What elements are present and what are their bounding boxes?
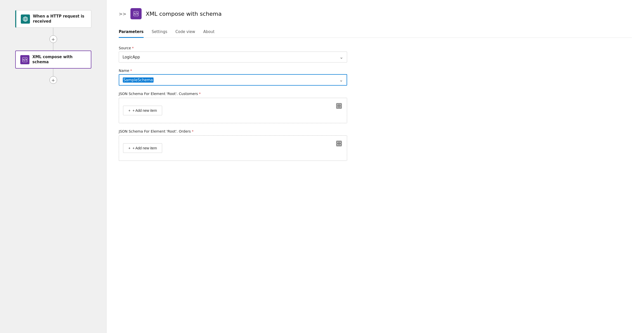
source-required-star: * bbox=[132, 46, 134, 50]
schema-orders-required-star: * bbox=[192, 129, 194, 133]
xml-compose-icon bbox=[20, 55, 29, 64]
source-select[interactable]: LogicApp ⌄ bbox=[119, 52, 347, 62]
schema-customers-label: JSON Schema For Element 'Root'. Customer… bbox=[119, 92, 632, 96]
name-label: Name * bbox=[119, 69, 632, 73]
svg-rect-5 bbox=[339, 104, 341, 106]
connector-bottom: + bbox=[49, 69, 57, 84]
add-order-plus-icon: + bbox=[128, 146, 130, 150]
tab-about[interactable]: About bbox=[203, 27, 214, 38]
svg-rect-11 bbox=[337, 144, 339, 145]
breadcrumb-chevrons: >> bbox=[119, 11, 126, 17]
add-order-label: + Add new item bbox=[132, 146, 157, 150]
add-order-item-button[interactable]: + + Add new item bbox=[123, 143, 162, 153]
tab-settings[interactable]: Settings bbox=[152, 27, 167, 38]
svg-rect-7 bbox=[339, 106, 341, 108]
xml-compose-node[interactable]: XML compose with schema bbox=[15, 51, 91, 69]
schema-orders-template-icon[interactable] bbox=[335, 140, 343, 149]
add-between-button[interactable]: + bbox=[49, 35, 57, 43]
add-customer-plus-icon: + bbox=[128, 108, 130, 113]
name-field-group: Name * SampleSchema ⌄ bbox=[119, 69, 632, 86]
connector-top: + bbox=[49, 28, 57, 51]
svg-rect-12 bbox=[339, 144, 341, 145]
svg-rect-4 bbox=[337, 104, 339, 106]
source-label: Source * bbox=[119, 46, 632, 50]
schema-customers-required-star: * bbox=[199, 92, 201, 96]
add-after-button[interactable]: + bbox=[49, 76, 57, 84]
add-customer-item-button[interactable]: + + Add new item bbox=[123, 106, 162, 115]
source-value: LogicApp bbox=[123, 55, 140, 59]
add-customer-label: + Add new item bbox=[132, 108, 157, 113]
svg-rect-6 bbox=[337, 106, 339, 108]
panel-header: >> XML compose with schema bbox=[119, 8, 632, 19]
panel-header-icon bbox=[130, 8, 142, 19]
source-dropdown-arrow: ⌄ bbox=[340, 54, 343, 60]
connector-line-bottom bbox=[53, 43, 53, 51]
name-required-star: * bbox=[130, 69, 132, 73]
properties-panel: >> XML compose with schema Parameters Se… bbox=[107, 0, 644, 333]
workflow-canvas: When a HTTP request is received + XML co… bbox=[0, 0, 107, 333]
connector-line-after bbox=[53, 69, 53, 76]
schema-orders-box: + + Add new item bbox=[119, 135, 347, 161]
name-dropdown-arrow: ⌄ bbox=[339, 77, 343, 83]
svg-rect-10 bbox=[339, 142, 341, 143]
schema-customers-template-icon[interactable] bbox=[335, 102, 343, 111]
name-value: SampleSchema bbox=[123, 77, 154, 83]
svg-rect-9 bbox=[337, 142, 339, 143]
schema-orders-label: JSON Schema For Element 'Root'. Orders * bbox=[119, 129, 632, 133]
schema-customers-box: + + Add new item bbox=[119, 98, 347, 123]
connector-line-top bbox=[53, 28, 53, 35]
http-trigger-icon bbox=[21, 14, 30, 24]
xml-compose-label: XML compose with schema bbox=[32, 55, 86, 65]
tabs-container: Parameters Settings Code view About bbox=[119, 27, 632, 38]
schema-orders-section: JSON Schema For Element 'Root'. Orders *… bbox=[119, 129, 632, 161]
tab-parameters[interactable]: Parameters bbox=[119, 27, 144, 38]
panel-title: XML compose with schema bbox=[146, 11, 222, 17]
tab-code-view[interactable]: Code view bbox=[175, 27, 195, 38]
schema-customers-section: JSON Schema For Element 'Root'. Customer… bbox=[119, 92, 632, 123]
http-trigger-node[interactable]: When a HTTP request is received bbox=[15, 10, 91, 28]
source-field-group: Source * LogicApp ⌄ bbox=[119, 46, 632, 62]
http-trigger-label: When a HTTP request is received bbox=[33, 14, 87, 24]
name-select[interactable]: SampleSchema ⌄ bbox=[119, 74, 347, 86]
